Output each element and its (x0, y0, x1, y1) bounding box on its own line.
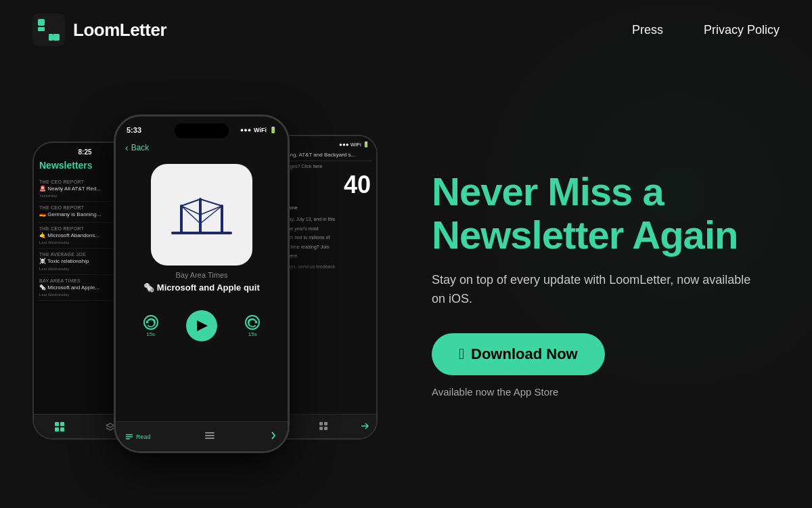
svg-rect-19 (126, 434, 133, 436)
newsletter-logo-box (151, 164, 252, 266)
article-title: 🗞️ Microsoft and Apple quit (116, 279, 288, 297)
grid-icon (54, 421, 65, 432)
svg-rect-23 (205, 435, 215, 436)
chevron-right-icon (269, 431, 278, 443)
svg-line-16 (200, 199, 222, 206)
svg-rect-10 (180, 205, 183, 234)
rewind-control[interactable]: 15s (143, 315, 158, 337)
grid-icon-right (319, 421, 328, 433)
svg-rect-22 (205, 432, 215, 433)
header: LoomLetter Press Privacy Policy (0, 0, 812, 60)
download-label: Download Now (471, 345, 578, 363)
svg-rect-24 (205, 438, 215, 439)
svg-rect-31 (324, 427, 328, 430)
rewind-icon (143, 315, 158, 330)
svg-rect-2 (38, 27, 45, 31)
play-button[interactable] (186, 310, 217, 341)
svg-rect-0 (32, 14, 65, 46)
back-chevron-icon: ‹ (125, 142, 129, 153)
svg-rect-29 (324, 422, 328, 425)
svg-rect-8 (60, 427, 64, 431)
bridge-icon (168, 188, 235, 242)
hero-headline: Never Miss a Newsletter Again (432, 170, 766, 257)
forward-icon (245, 315, 260, 330)
right-content: Never Miss a Newsletter Again Stay on to… (391, 170, 780, 398)
svg-rect-30 (319, 427, 323, 430)
play-icon (197, 320, 208, 331)
svg-rect-20 (126, 436, 133, 438)
hero-subtitle: Stay on top of every update with LoomLet… (432, 270, 766, 310)
nav-privacy-policy[interactable]: Privacy Policy (704, 23, 780, 37)
svg-rect-6 (60, 422, 64, 426)
download-button[interactable]:  Download Now (432, 333, 605, 375)
svg-rect-3 (53, 34, 60, 41)
nav-press[interactable]: Press (632, 23, 663, 37)
svg-rect-12 (199, 198, 202, 234)
phones-container: 8:25 Newsletters THE CEO REPORT 🚨 Nearly… (32, 114, 391, 467)
svg-line-13 (181, 199, 200, 206)
hamburger-icon (205, 431, 215, 443)
phone-main: 5:33 ●●● WiFi 🔋 ‹ Back (114, 114, 290, 453)
main-content: 8:25 Newsletters THE CEO REPORT 🚨 Nearly… (0, 60, 812, 508)
read-icon (125, 433, 133, 441)
svg-line-18 (200, 206, 222, 224)
forward-control[interactable]: 15s (245, 315, 260, 337)
svg-line-15 (181, 206, 200, 224)
logo-icon (32, 14, 65, 46)
svg-rect-11 (221, 205, 223, 234)
svg-rect-1 (38, 19, 45, 26)
logo-text: LoomLetter (73, 20, 166, 41)
svg-rect-4 (49, 34, 53, 41)
app-store-text: Available now the App Store (432, 386, 766, 398)
svg-rect-7 (55, 427, 59, 431)
phone-main-bottom-bar: Read (116, 421, 288, 451)
svg-rect-21 (126, 438, 130, 440)
svg-line-14 (181, 206, 200, 215)
phone-back-button[interactable]: ‹ Back (116, 137, 288, 158)
logo[interactable]: LoomLetter (32, 14, 166, 46)
svg-line-17 (200, 206, 222, 215)
newsletter-source-label: Bay Area Times (116, 271, 288, 279)
svg-rect-28 (319, 422, 323, 425)
svg-rect-5 (55, 422, 59, 426)
main-nav: Press Privacy Policy (632, 23, 780, 37)
forward-arrow-icon (360, 421, 369, 433)
apple-icon:  (459, 345, 464, 363)
phone-notch (175, 123, 229, 138)
read-button[interactable]: Read (125, 433, 151, 441)
audio-controls: 15s 15s (116, 302, 288, 350)
